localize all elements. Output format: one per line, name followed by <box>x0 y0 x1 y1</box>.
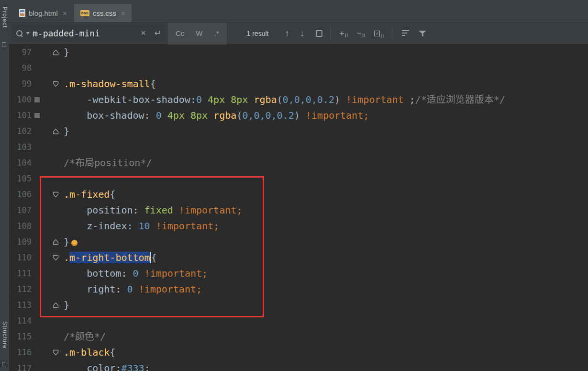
search-icon[interactable] <box>16 30 23 37</box>
search-in-selection-icon[interactable] <box>316 30 322 37</box>
code-token: . <box>64 252 69 263</box>
line-number: 98 <box>9 60 32 76</box>
code-token: } <box>64 46 69 58</box>
tab-title: blog.html <box>29 9 58 17</box>
fold-start-icon[interactable] <box>44 76 64 92</box>
code-token: 0 <box>127 283 133 295</box>
remove-occurrence-icon[interactable]: − II <box>357 30 366 37</box>
code-line[interactable]: 113} <box>9 297 588 313</box>
result-count: 1 result <box>247 30 269 37</box>
fold-cell <box>44 281 64 297</box>
code-line[interactable]: 116.m-black{ <box>9 345 588 360</box>
code-line[interactable]: 109} <box>9 234 588 250</box>
divider <box>392 27 392 40</box>
fold-start-icon[interactable] <box>44 187 64 202</box>
close-tab-icon[interactable]: × <box>63 9 67 17</box>
code-token <box>208 110 213 121</box>
code-token: fixed <box>144 204 173 216</box>
code-token: .m-fixed <box>64 189 110 200</box>
code-line[interactable]: 112 right: 0 !important; <box>9 281 588 297</box>
code-line[interactable]: 99.m-shadow-small{ <box>9 76 588 92</box>
fold-cell <box>44 108 64 124</box>
fold-cell <box>44 60 64 76</box>
code-token: 0,0,0,0.2 <box>283 94 334 105</box>
fold-end-icon[interactable] <box>44 297 64 313</box>
code-line[interactable]: 97} <box>9 45 588 60</box>
next-occurrence-icon[interactable]: ↓ <box>300 28 305 39</box>
code-line[interactable]: 108 z-index: 10 !important; <box>9 218 588 234</box>
code-line[interactable]: 102} <box>9 124 588 139</box>
code-token: 0 <box>133 268 139 279</box>
line-number: 112 <box>9 281 32 297</box>
line-number: 102 <box>9 124 32 139</box>
code-token <box>202 94 208 105</box>
clear-search-icon[interactable]: × <box>141 28 146 38</box>
code-token: position: <box>64 204 144 216</box>
project-tool-button[interactable]: Project <box>1 7 8 28</box>
line-number: 101 <box>9 108 32 124</box>
tab-css-css[interactable]: css css.css × <box>74 4 132 22</box>
code-line[interactable]: 98 <box>9 60 588 76</box>
code-token: { <box>150 78 156 90</box>
search-results-list-icon[interactable] <box>402 30 409 36</box>
match-case-toggle[interactable]: Cc <box>176 29 184 37</box>
newline-icon[interactable]: ↵ <box>155 28 161 38</box>
code-token <box>300 110 306 121</box>
whole-words-toggle[interactable]: W <box>196 29 202 37</box>
code-token: } <box>64 125 69 137</box>
fold-start-icon[interactable] <box>44 250 64 266</box>
structure-tool-button[interactable]: Structure <box>1 321 8 349</box>
code-token: bottom: <box>64 268 133 279</box>
code-token: rgba <box>213 110 236 121</box>
tool-window-icon[interactable] <box>2 42 6 46</box>
html-file-icon <box>19 9 25 17</box>
tool-window-icon[interactable] <box>2 362 6 366</box>
line-number: 117 <box>9 360 32 371</box>
code-line[interactable]: 115/*颜色*/ <box>9 329 588 345</box>
close-tab-icon[interactable]: × <box>121 9 125 17</box>
line-number: 100 <box>9 92 32 108</box>
code-line[interactable]: 104/*布局position*/ <box>9 155 588 171</box>
fold-start-icon[interactable] <box>44 345 64 360</box>
code-line[interactable]: 106.m-fixed{ <box>9 187 588 202</box>
code-line[interactable]: 107 position: fixed !important; <box>9 202 588 218</box>
search-history-chevron-icon[interactable] <box>26 32 30 34</box>
code-lines: 97}9899.m-shadow-small{100 -webkit-box-s… <box>9 45 588 371</box>
gutter-marker-cell <box>32 250 44 266</box>
code-token: ) <box>334 94 340 105</box>
gutter-marker-cell <box>32 202 44 218</box>
select-all-occurrences-icon[interactable]: ✓ II <box>374 31 384 36</box>
gutter-marker-cell <box>32 218 44 234</box>
search-input[interactable]: m-padded-mini × ↵ <box>12 25 165 42</box>
previous-occurrence-icon[interactable]: ↑ <box>285 28 289 39</box>
code-line[interactable]: 100 -webkit-box-shadow:0 4px 8px rgba(0,… <box>9 92 588 108</box>
add-occurrence-icon[interactable]: + II <box>339 30 348 37</box>
fold-end-icon[interactable] <box>44 45 64 60</box>
code-line[interactable]: 101 box-shadow: 0 4px 8px rgba(0,0,0,0.2… <box>9 108 588 124</box>
line-number: 105 <box>9 171 32 187</box>
code-token: -webkit-box-shadow: <box>64 94 196 105</box>
code-text: /*颜色*/ <box>64 329 106 345</box>
fold-end-icon[interactable] <box>44 234 64 250</box>
filter-search-results-icon[interactable] <box>419 30 426 37</box>
code-line[interactable]: 114 <box>9 313 588 329</box>
code-line[interactable]: 103 <box>9 139 588 155</box>
line-number: 108 <box>9 218 32 234</box>
gutter-marker-cell <box>32 281 44 297</box>
code-text: .m-black{ <box>64 345 115 360</box>
tab-title: css.css <box>93 9 116 17</box>
code-line[interactable]: 117 color:#333; <box>9 360 588 371</box>
fold-cell <box>44 139 64 155</box>
line-number: 109 <box>9 234 32 250</box>
tab-blog-html[interactable]: blog.html × <box>13 4 73 22</box>
fold-end-icon[interactable] <box>44 124 64 139</box>
code-editor[interactable]: 97}9899.m-shadow-small{100 -webkit-box-s… <box>9 45 588 371</box>
intention-bulb-icon[interactable] <box>71 240 78 246</box>
search-query-text[interactable]: m-padded-mini <box>33 28 100 38</box>
regex-toggle[interactable]: .* <box>214 29 219 37</box>
checkbox-glyph: ✓ <box>374 31 380 36</box>
code-line[interactable]: 105 <box>9 171 588 187</box>
gutter-marker-cell <box>32 187 44 202</box>
code-line[interactable]: 111 bottom: 0 !important; <box>9 266 588 281</box>
code-line[interactable]: 110.m-right-bottom{ <box>9 250 588 266</box>
